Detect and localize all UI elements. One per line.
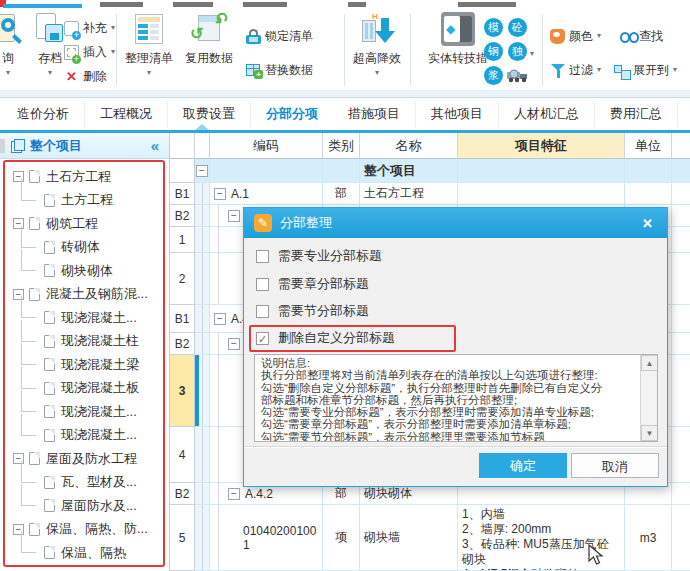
document-icon: [44, 476, 55, 489]
column-header-name[interactable]: 名称: [360, 133, 458, 159]
checkbox-need-major-title[interactable]: 需要专业分部标题: [256, 246, 382, 266]
organize-list-button[interactable]: 整理清单 ▾: [120, 10, 178, 90]
ok-button[interactable]: 确定: [479, 453, 567, 478]
checkbox-unchecked[interactable]: [256, 278, 269, 291]
cancel-button[interactable]: 取消: [571, 453, 659, 478]
tab-other-items[interactable]: 其他项目: [416, 101, 499, 127]
independent-circle-button[interactable]: 独: [508, 42, 527, 61]
funnel-icon: [550, 63, 565, 78]
palette-icon: [550, 29, 565, 44]
window-top-strip: [0, 0, 690, 8]
table-row[interactable]: 5 010402001001 项 砌块墙 1、内墙 2、墙厚: 200mm 3、…: [170, 505, 690, 571]
concrete-truck-icon[interactable]: [506, 68, 530, 84]
table-row[interactable]: B1 −A.1 部 土石方工程: [170, 183, 690, 205]
table-row-summary[interactable]: − 整个项目: [170, 159, 690, 183]
mold-circle-button[interactable]: 模: [484, 18, 503, 37]
scroll-up-icon[interactable]: ▲: [641, 355, 658, 371]
checkbox-need-section-title[interactable]: 需要节分部标题: [256, 301, 369, 321]
concrete-circle-button[interactable]: 砼: [508, 18, 527, 37]
color-label: 颜色: [569, 28, 593, 45]
lock-list-button[interactable]: 锁定清单: [246, 26, 313, 46]
scroll-down-icon[interactable]: ▼: [641, 425, 658, 441]
module-tab-bar: 造价分析 工程概况 取费设置 分部分项 措施项目 其他项目 人材机汇总 费用汇总: [0, 98, 690, 133]
chevron-down-icon: ▾: [597, 32, 601, 40]
binoculars-icon: [620, 29, 635, 44]
collapse-row-icon[interactable]: −: [228, 488, 240, 500]
lock-list-label: 锁定清单: [265, 28, 313, 45]
delete-label: 删除: [83, 68, 107, 85]
tab-labor-material-summary[interactable]: 人材机汇总: [499, 101, 595, 127]
overheight-reduction-button[interactable]: H 超高降效 ▾: [348, 10, 406, 90]
document-icon: [44, 358, 55, 371]
delete-icon: ✕: [64, 69, 79, 84]
chevron-down-icon: ▾: [348, 69, 406, 77]
organize-list-icon: [132, 12, 166, 46]
tab-project-overview[interactable]: 工程概况: [85, 101, 168, 127]
collapse-row-icon[interactable]: −: [214, 313, 226, 325]
tree-item[interactable]: 砌块砌体: [5, 259, 163, 283]
document-icon: [44, 499, 55, 512]
tab-cost-analysis[interactable]: 造价分析: [2, 101, 85, 127]
close-icon[interactable]: ✕: [638, 216, 657, 231]
collapse-row-icon[interactable]: −: [214, 188, 226, 200]
archive-icon: [33, 12, 67, 46]
reuse-data-label: 复用数据: [180, 50, 238, 67]
supplement-label: 补充: [83, 20, 107, 37]
document-icon: [44, 194, 55, 207]
sidebar-title[interactable]: 整个项目: [30, 137, 82, 155]
project-docs-icon: [11, 139, 24, 152]
tree-item[interactable]: 土方工程: [5, 189, 163, 213]
project-tree-sidebar: 整个项目 « −土石方工程 土方工程 −砌筑工程 砖砌体 砌块砌体 −混凝土及钢…: [0, 133, 170, 571]
insert-icon: [64, 45, 79, 60]
scrollbar[interactable]: ▲ ▼: [640, 355, 657, 441]
chevron-down-icon[interactable]: ▾: [530, 50, 534, 58]
chevron-down-icon: ▾: [673, 66, 677, 74]
insert-button[interactable]: 插入 ▾: [64, 42, 115, 62]
chevron-down-icon: ▾: [597, 66, 601, 74]
supplement-button[interactable]: 补充 ▾: [64, 18, 115, 38]
expand-to-label: 展开到: [633, 62, 669, 79]
color-button[interactable]: 颜色 ▾: [550, 26, 601, 46]
column-header-code[interactable]: 编码: [210, 133, 323, 159]
delete-button[interactable]: ✕ 删除: [64, 66, 107, 86]
application-window: 询 ▾ 存档 ▾ 补充 ▾ 插入 ▾ ✕ 删除: [0, 0, 690, 571]
tree-item[interactable]: 保温、隔热: [5, 541, 163, 565]
column-header-unit[interactable]: 单位: [625, 133, 672, 159]
entity-to-measure-icon: ◆: [441, 12, 475, 46]
subsection-organize-dialog: ✎ 分部整理 ✕ 需要专业分部标题 需要章分部标题 需要节分部标题 ✓ 删除自定…: [243, 207, 668, 487]
column-header-category[interactable]: 类别: [323, 133, 360, 159]
replace-data-button[interactable]: + 替换数据: [246, 60, 313, 80]
tree-item[interactable]: 现浇混凝土...: [5, 424, 163, 448]
query-icon: [0, 12, 25, 46]
document-icon: [44, 335, 55, 348]
checkbox-unchecked[interactable]: [256, 305, 269, 318]
find-button[interactable]: 查找: [620, 26, 663, 46]
filter-button[interactable]: 过滤 ▾: [550, 60, 601, 80]
dialog-titlebar[interactable]: ✎ 分部整理 ✕: [244, 208, 667, 238]
tab-subsection-items[interactable]: 分部分项: [251, 101, 333, 127]
tab-fee-settings[interactable]: 取费设置: [168, 101, 251, 127]
tab-cost-summary[interactable]: 费用汇总: [595, 101, 678, 127]
column-header-feature[interactable]: 项目特征: [458, 133, 625, 159]
document-icon: [44, 311, 55, 324]
tree-item[interactable]: 屋面防水及...: [5, 494, 163, 518]
checkbox-unchecked[interactable]: [256, 250, 269, 263]
table-header-row: 编码 类别 名称 项目特征 单位: [170, 133, 690, 159]
tab-measure-items[interactable]: 措施项目: [333, 101, 416, 127]
column-header-rownum[interactable]: [170, 133, 195, 159]
steel-circle-button[interactable]: 钢: [484, 42, 503, 61]
expand-to-icon: [614, 63, 629, 78]
collapse-sidebar-icon[interactable]: «: [151, 137, 159, 154]
collapse-row-icon[interactable]: −: [196, 165, 208, 177]
expand-to-button[interactable]: 展开到 ▾: [614, 60, 677, 80]
checkbox-annotation-redbox: [249, 325, 456, 352]
collapse-row-icon[interactable]: −: [228, 210, 240, 222]
lock-icon: [246, 29, 261, 44]
column-header-indent[interactable]: [195, 133, 210, 159]
reuse-data-button[interactable]: ↺↺ 复用数据: [180, 10, 238, 90]
checkbox-need-chapter-title[interactable]: 需要章分部标题: [256, 274, 369, 294]
reuse-data-icon: ↺↺: [192, 12, 226, 46]
collapse-row-icon[interactable]: −: [228, 338, 240, 350]
mortar-circle-button[interactable]: 浆: [484, 66, 503, 85]
column-header-extra[interactable]: [672, 133, 690, 159]
